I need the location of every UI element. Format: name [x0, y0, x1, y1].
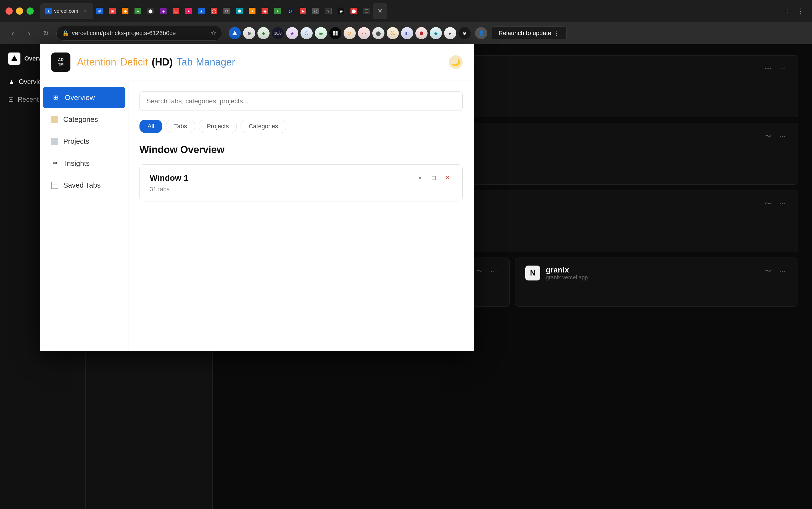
browser-tab[interactable]: ★: [246, 3, 258, 19]
new-tab-button[interactable]: +: [781, 5, 793, 17]
browser-tab[interactable]: ☰: [361, 3, 373, 19]
address-bar[interactable]: 🔒 vercel.com/patricks-projects-6126b0ce …: [57, 26, 222, 41]
browser-tab[interactable]: ●: [271, 3, 284, 19]
filter-all-button[interactable]: All: [140, 120, 162, 133]
deployment-icon: N: [525, 266, 540, 280]
ext-icon-8[interactable]: ◎: [343, 27, 356, 39]
browser-tab[interactable]: ▲: [195, 3, 208, 19]
maximize-window-button[interactable]: [27, 7, 34, 15]
filter-projects-button[interactable]: Projects: [199, 120, 237, 133]
analytics-button[interactable]: 〜: [763, 131, 774, 142]
browser-tab[interactable]: ⬡: [170, 3, 182, 19]
ext-icon-3[interactable]: 16/0: [272, 27, 284, 39]
browser-tab[interactable]: ◯: [208, 3, 220, 19]
tab-favicon: ▲: [198, 8, 205, 14]
browser-tab[interactable]: ⬤: [144, 3, 157, 19]
browser-tab[interactable]: ◌: [309, 3, 322, 19]
ext-icon-13[interactable]: ⬟: [415, 27, 428, 39]
ext-icon-11[interactable]: 31: [387, 27, 399, 39]
ext-icon-2[interactable]: ◆: [257, 27, 269, 39]
ext-icon-6[interactable]: ◉: [315, 27, 327, 39]
minimize-window-button[interactable]: [16, 7, 23, 15]
browser-tab[interactable]: ◉: [259, 3, 271, 19]
ext-icon-7[interactable]: [329, 27, 341, 39]
insights-icon: ✏: [51, 159, 60, 168]
forward-button[interactable]: ›: [23, 27, 35, 39]
tab-favicon: ⊕: [97, 8, 103, 14]
browser-tab[interactable]: ⬟: [233, 3, 246, 19]
theme-toggle-button[interactable]: 🌙: [449, 55, 463, 69]
tab-favicon: ◉: [338, 8, 344, 14]
deployment-actions: 〜 ⋯: [763, 63, 788, 74]
ext-icon-14[interactable]: ◆: [430, 27, 442, 39]
window-name: Window 1: [150, 173, 188, 183]
close-window-button[interactable]: [5, 7, 13, 15]
active-tab[interactable]: ▲ vercel.com ×: [40, 3, 93, 19]
browser-tab[interactable]: ▸: [132, 3, 144, 19]
analytics-button[interactable]: 〜: [763, 266, 774, 277]
more-options-button[interactable]: ⋯: [777, 131, 788, 142]
window-tab-count: 31 tabs: [150, 186, 452, 193]
analytics-button[interactable]: 〜: [474, 266, 485, 277]
ext-icon-1[interactable]: ⊕: [243, 27, 255, 39]
browser-tab[interactable]: ◉: [106, 3, 118, 19]
adtm-sidebar: ⊞ Overview Categories Projects ✏ Insight…: [40, 80, 128, 351]
tab-favicon: 𝐕: [325, 8, 332, 14]
browser-tab[interactable]: 𝐕: [322, 3, 334, 19]
tab-close-button[interactable]: ×: [83, 8, 88, 14]
sidebar-item-categories[interactable]: Categories: [43, 109, 125, 130]
tab-favicon: ◯: [211, 8, 217, 14]
adtm-logo: AD TM: [51, 53, 70, 72]
previews-icon: ⊞: [8, 96, 14, 103]
window-card: Window 1 ▾ ⊟ ✕ 31 tabs: [140, 164, 463, 201]
window-close-button[interactable]: ✕: [442, 173, 452, 183]
browser-tab[interactable]: ⚙: [221, 3, 233, 19]
ext-vercel-icon[interactable]: [229, 27, 241, 39]
ext-icon-12[interactable]: ◧: [401, 27, 413, 39]
more-options-button[interactable]: ⋯: [488, 266, 500, 277]
tab-favicon: ◌: [312, 8, 319, 14]
deployment-url: granix.vercel.app: [546, 274, 757, 281]
browser-tab[interactable]: ⬤: [348, 3, 360, 19]
ext-icon-10[interactable]: ⬤: [372, 27, 384, 39]
tab-overflow-button[interactable]: ⋮: [794, 5, 807, 17]
analytics-button[interactable]: 〜: [763, 198, 774, 209]
browser-tab[interactable]: ▶: [297, 3, 309, 19]
relaunch-button[interactable]: Relaunch to update ⋮: [492, 27, 566, 40]
filter-categories-button[interactable]: Categories: [241, 120, 286, 133]
ext-icon-4[interactable]: ◈: [286, 27, 298, 39]
sidebar-item-overview[interactable]: ⊞ Overview: [43, 87, 125, 108]
user-avatar[interactable]: 👤: [475, 27, 487, 39]
ext-icon-16[interactable]: ◉: [458, 27, 471, 39]
browser-tab[interactable]: ◆: [119, 3, 131, 19]
browser-tab[interactable]: ●: [183, 3, 195, 19]
back-button[interactable]: ‹: [7, 27, 19, 39]
browser-tab-x[interactable]: ✕: [373, 3, 387, 19]
reload-button[interactable]: ↻: [40, 27, 52, 39]
tab-favicon: ◉: [262, 8, 268, 14]
tab-favicon: ⬟: [236, 8, 243, 14]
browser-tab[interactable]: ◈: [157, 3, 169, 19]
tab-favicon: ★: [249, 8, 256, 14]
sidebar-item-insights[interactable]: ✏ Insights: [43, 153, 125, 174]
browser-tab[interactable]: ⊕: [94, 3, 106, 19]
main-content: Overview ▲ Overview ⊞ Recent Previews Re…: [0, 44, 812, 509]
sidebar-item-saved-tabs[interactable]: Saved Tabs: [43, 175, 125, 196]
sidebar-item-projects[interactable]: Projects: [43, 131, 125, 152]
ext-icon-15[interactable]: ▸: [444, 27, 456, 39]
more-options-button[interactable]: ⋯: [777, 63, 788, 74]
analytics-button[interactable]: 〜: [763, 63, 774, 74]
browser-tab[interactable]: ◉: [335, 3, 347, 19]
filter-tabs-button[interactable]: Tabs: [166, 120, 195, 133]
more-options-button[interactable]: ⋯: [777, 266, 788, 277]
window-collapse-button[interactable]: ▾: [415, 173, 425, 183]
ext-icon-5[interactable]: ⬡: [300, 27, 312, 39]
projects-icon: [51, 138, 58, 145]
search-input[interactable]: [140, 92, 463, 111]
nav-bar: ‹ › ↻ 🔒 vercel.com/patricks-projects-612…: [0, 22, 812, 44]
window-pin-button[interactable]: ⊟: [429, 173, 439, 183]
ext-icon-9[interactable]: ◌: [358, 27, 370, 39]
browser-tab[interactable]: ◎: [284, 3, 296, 19]
overview-icon: ▲: [8, 78, 15, 86]
more-options-button[interactable]: ⋯: [777, 198, 788, 209]
